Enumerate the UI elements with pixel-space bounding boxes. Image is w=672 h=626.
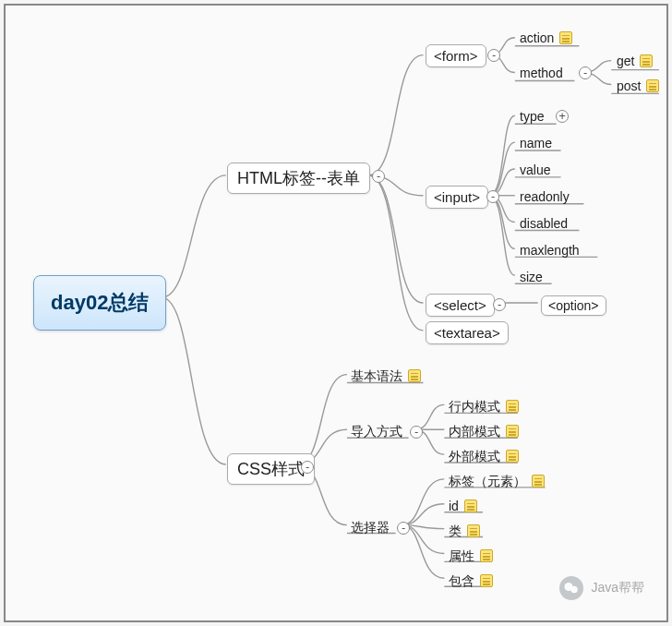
collapse-icon[interactable]: - <box>372 170 385 183</box>
leaf-disabled[interactable]: disabled <box>520 215 568 232</box>
note-icon[interactable] <box>506 425 519 438</box>
node-textarea[interactable]: <textarea> <box>426 321 509 344</box>
watermark-text: Java帮帮 <box>591 580 644 596</box>
leaf-type[interactable]: type <box>520 108 544 125</box>
collapse-icon[interactable]: - <box>487 49 500 62</box>
note-icon[interactable] <box>467 524 480 537</box>
leaf-readonly[interactable]: readonly <box>520 188 570 205</box>
leaf-get[interactable]: get <box>617 53 653 69</box>
node-input[interactable]: <input> <box>426 186 488 209</box>
leaf-name[interactable]: name <box>520 135 552 151</box>
note-icon[interactable] <box>506 400 519 413</box>
note-icon[interactable] <box>646 79 659 92</box>
wechat-icon <box>559 576 583 600</box>
leaf-basic-syntax[interactable]: 基本语法 <box>351 367 421 386</box>
root-topic[interactable]: day02总结 <box>33 275 166 331</box>
leaf-action[interactable]: action <box>520 30 572 46</box>
leaf-contain-selector[interactable]: 包含 <box>449 572 493 591</box>
note-icon[interactable] <box>464 500 477 512</box>
note-icon[interactable] <box>408 369 421 382</box>
note-icon[interactable] <box>532 475 545 488</box>
leaf-attr-selector[interactable]: 属性 <box>449 548 493 566</box>
collapse-icon[interactable]: - <box>493 298 506 311</box>
expand-icon[interactable]: + <box>556 110 569 123</box>
leaf-id-selector[interactable]: id <box>449 498 477 514</box>
note-icon[interactable] <box>506 450 519 463</box>
watermark: Java帮帮 <box>559 576 644 600</box>
note-icon[interactable] <box>640 54 653 67</box>
svg-point-1 <box>571 586 579 594</box>
collapse-icon[interactable]: - <box>579 66 592 79</box>
note-icon[interactable] <box>480 574 493 587</box>
collapse-icon[interactable]: - <box>410 426 423 439</box>
note-icon[interactable] <box>559 31 572 44</box>
leaf-inline-mode[interactable]: 行内模式 <box>449 398 519 416</box>
node-selector[interactable]: 选择器 <box>351 519 390 537</box>
leaf-maxlength[interactable]: maxlength <box>520 242 580 259</box>
collapse-icon[interactable]: - <box>486 190 499 203</box>
node-import-mode[interactable]: 导入方式 <box>351 423 402 441</box>
leaf-value[interactable]: value <box>520 162 550 178</box>
leaf-external-mode[interactable]: 外部模式 <box>449 448 519 466</box>
node-option[interactable]: <option> <box>541 295 606 316</box>
node-form[interactable]: <form> <box>426 44 486 67</box>
leaf-size[interactable]: size <box>520 269 543 285</box>
root-label: day02总结 <box>51 291 149 314</box>
leaf-class-selector[interactable]: 类 <box>449 523 480 541</box>
collapse-icon[interactable]: - <box>301 461 314 474</box>
leaf-tag-selector[interactable]: 标签（元素） <box>449 473 545 491</box>
node-select[interactable]: <select> <box>426 294 495 317</box>
note-icon[interactable] <box>480 549 493 562</box>
leaf-method[interactable]: method <box>520 65 563 81</box>
branch-html-form[interactable]: HTML标签--表单 <box>227 163 370 194</box>
leaf-post[interactable]: post <box>617 78 659 94</box>
collapse-icon[interactable]: - <box>397 522 410 535</box>
leaf-internal-mode[interactable]: 内部模式 <box>449 423 519 441</box>
